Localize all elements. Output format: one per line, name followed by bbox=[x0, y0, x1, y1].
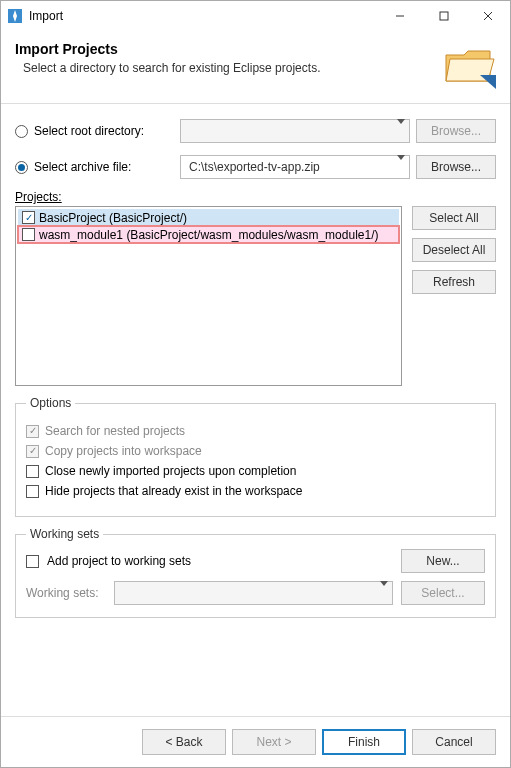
search-nested-checkbox bbox=[26, 425, 39, 438]
banner-description: Select a directory to search for existin… bbox=[23, 61, 440, 75]
copy-workspace-checkbox bbox=[26, 445, 39, 458]
project-checkbox[interactable] bbox=[22, 228, 35, 241]
select-working-set-button: Select... bbox=[401, 581, 485, 605]
search-nested-label: Search for nested projects bbox=[45, 424, 185, 438]
minimize-button[interactable] bbox=[378, 1, 422, 31]
root-directory-combo bbox=[180, 119, 410, 143]
maximize-button[interactable] bbox=[422, 1, 466, 31]
options-legend: Options bbox=[26, 396, 75, 410]
project-label: BasicProject (BasicProject/) bbox=[39, 211, 187, 225]
working-sets-legend: Working sets bbox=[26, 527, 103, 541]
add-working-sets-label: Add project to working sets bbox=[47, 554, 393, 568]
archive-browse-button[interactable]: Browse... bbox=[416, 155, 496, 179]
import-folder-icon bbox=[440, 41, 496, 89]
svg-rect-2 bbox=[440, 12, 448, 20]
wizard-banner: Import Projects Select a directory to se… bbox=[1, 31, 510, 104]
archive-file-value: C:\ts\exported-tv-app.zip bbox=[189, 160, 320, 174]
titlebar: Import bbox=[1, 1, 510, 31]
chevron-down-icon[interactable] bbox=[397, 160, 405, 174]
archive-file-combo[interactable]: C:\ts\exported-tv-app.zip bbox=[180, 155, 410, 179]
hide-existing-checkbox[interactable] bbox=[26, 485, 39, 498]
add-working-sets-checkbox[interactable] bbox=[26, 555, 39, 568]
project-item[interactable]: BasicProject (BasicProject/) bbox=[18, 209, 399, 226]
working-sets-list-label: Working sets: bbox=[26, 586, 106, 600]
root-browse-button: Browse... bbox=[416, 119, 496, 143]
close-button[interactable] bbox=[466, 1, 510, 31]
options-group: Options Search for nested projects Copy … bbox=[15, 396, 496, 517]
root-directory-label: Select root directory: bbox=[34, 124, 174, 138]
project-item[interactable]: wasm_module1 (BasicProject/wasm_modules/… bbox=[18, 226, 399, 243]
chevron-down-icon bbox=[380, 586, 388, 600]
close-newly-checkbox[interactable] bbox=[26, 465, 39, 478]
cancel-button[interactable]: Cancel bbox=[412, 729, 496, 755]
back-button[interactable]: < Back bbox=[142, 729, 226, 755]
chevron-down-icon bbox=[397, 124, 405, 138]
banner-heading: Import Projects bbox=[15, 41, 440, 57]
projects-list[interactable]: BasicProject (BasicProject/) wasm_module… bbox=[15, 206, 402, 386]
working-sets-group: Working sets Add project to working sets… bbox=[15, 527, 496, 618]
archive-file-radio[interactable] bbox=[15, 161, 28, 174]
copy-workspace-label: Copy projects into workspace bbox=[45, 444, 202, 458]
archive-file-label: Select archive file: bbox=[34, 160, 174, 174]
deselect-all-button[interactable]: Deselect All bbox=[412, 238, 496, 262]
next-button: Next > bbox=[232, 729, 316, 755]
app-icon bbox=[7, 8, 23, 24]
close-newly-label: Close newly imported projects upon compl… bbox=[45, 464, 296, 478]
project-checkbox[interactable] bbox=[22, 211, 35, 224]
refresh-button[interactable]: Refresh bbox=[412, 270, 496, 294]
window-title: Import bbox=[29, 9, 63, 23]
new-working-set-button[interactable]: New... bbox=[401, 549, 485, 573]
finish-button[interactable]: Finish bbox=[322, 729, 406, 755]
projects-label: Projects: bbox=[15, 190, 62, 204]
wizard-footer: < Back Next > Finish Cancel bbox=[1, 716, 510, 767]
root-directory-radio[interactable] bbox=[15, 125, 28, 138]
select-all-button[interactable]: Select All bbox=[412, 206, 496, 230]
working-sets-combo bbox=[114, 581, 393, 605]
hide-existing-label: Hide projects that already exist in the … bbox=[45, 484, 302, 498]
project-label: wasm_module1 (BasicProject/wasm_modules/… bbox=[39, 228, 378, 242]
